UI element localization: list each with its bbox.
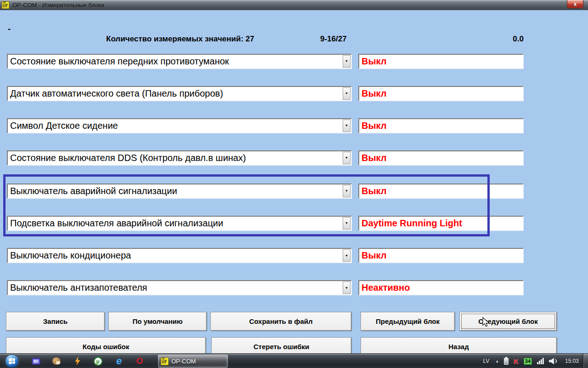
param-label: Выключатель аварийной сигнализации (10, 185, 177, 197)
measured-values-count: Количество измеряемых значений: 27 (106, 34, 254, 44)
param-combobox-8[interactable]: Выключатель антизапотевателя ▼ (7, 280, 352, 295)
param-label: Состояние выключателя передних противоту… (10, 55, 229, 68)
mouse-cursor-icon (481, 317, 491, 327)
next-block-button[interactable]: Следующий блок (459, 312, 557, 331)
measure-row: Символ Детское сидение ▼ Выкл (0, 118, 588, 133)
emule-icon[interactable] (51, 356, 62, 366)
value-field-1: Выкл (358, 54, 524, 69)
start-button[interactable] (5, 354, 19, 368)
previous-block-button[interactable]: Предыдущий блок (361, 312, 455, 331)
opcom-task-button[interactable]: OPCOMRUS OP-COM (158, 355, 228, 368)
defaults-button[interactable]: По умолчанию (108, 312, 207, 331)
dash-label: - (8, 24, 11, 34)
dropdown-arrow-icon[interactable]: ▼ (343, 282, 351, 294)
value-field-5: Выкл (358, 184, 524, 199)
tray-badge[interactable]: 34 (524, 358, 532, 365)
value-field-8: Неактивно (358, 280, 524, 295)
param-combobox-2[interactable]: Датчик автоматического света (Панель при… (7, 86, 352, 101)
clock[interactable]: 15:03 (565, 358, 579, 364)
close-icon: x (574, 2, 577, 6)
measure-row: Состояние выключателя DDS (Контроль давл… (0, 150, 588, 166)
opcom-app-icon: OPCOMRUS (161, 357, 169, 365)
value-field-3: Выкл (358, 118, 524, 133)
measure-row: Выключатель аварийной сигнализации ▼ Вык… (0, 184, 588, 199)
language-indicator[interactable]: LV (482, 358, 490, 364)
volume-icon[interactable] (549, 358, 557, 364)
param-combobox-5[interactable]: Выключатель аварийной сигнализации ▼ (7, 184, 352, 199)
dropdown-arrow-icon[interactable]: ▼ (343, 185, 351, 197)
close-button[interactable]: x (567, 0, 583, 8)
window-title: OP-COM - Измерительные блоки (12, 2, 104, 9)
opcom-window: OPCOMRUS OP-COM - Измерительные блоки x … (0, 0, 588, 368)
value-field-2: Выкл (358, 86, 524, 101)
value-field-4: Выкл (358, 150, 524, 166)
param-combobox-6[interactable]: Подсветка выключателя аварийной сигнализ… (7, 216, 352, 231)
remote-desktop-icon[interactable] (30, 356, 41, 366)
param-combobox-3[interactable]: Символ Детское сидение ▼ (7, 118, 352, 133)
header-value: 0.0 (504, 34, 524, 44)
dropdown-arrow-icon[interactable]: ▼ (343, 120, 351, 132)
measure-row: Выключатель антизапотевателя ▼ Неактивно (0, 280, 588, 295)
internet-explorer-icon[interactable]: e (113, 356, 124, 366)
param-combobox-7[interactable]: Выключатель кондиционера ▼ (7, 248, 352, 263)
param-label: Выключатель антизапотевателя (10, 282, 147, 294)
utorrent-icon[interactable]: µ (92, 356, 103, 366)
system-tray: LV ▲ K 34 15:03 (482, 354, 579, 368)
param-combobox-1[interactable]: Состояние выключателя передних противоту… (7, 54, 352, 69)
measure-row: Выключатель кондиционера ▼ Выкл (0, 248, 588, 263)
opera-icon[interactable]: O (134, 356, 145, 366)
windows-logo-icon (9, 358, 15, 364)
measure-row: Состояние выключателя передних противоту… (0, 54, 588, 69)
param-label: Выключатель кондиционера (10, 249, 131, 262)
param-label: Подсветка выключателя аварийной сигнализ… (10, 217, 223, 230)
battery-icon[interactable] (504, 358, 509, 365)
measuring-blocks-panel: - Количество измеряемых значений: 27 9-1… (0, 10, 588, 353)
show-desktop-button[interactable] (583, 354, 588, 368)
kaspersky-icon[interactable]: K (514, 357, 519, 365)
measure-row: Датчик автоматического света (Панель при… (0, 86, 588, 101)
param-label: Состояние выключателя DDS (Контроль давл… (10, 152, 246, 164)
dropdown-arrow-icon[interactable]: ▼ (343, 87, 351, 100)
dropdown-arrow-icon[interactable]: ▼ (343, 152, 351, 164)
value-field-6: Daytime Running Light (358, 216, 524, 231)
dropdown-arrow-icon[interactable]: ▼ (343, 55, 351, 68)
window-titlebar: OPCOMRUS OP-COM - Измерительные блоки x (0, 0, 588, 10)
dropdown-arrow-icon[interactable]: ▼ (343, 249, 351, 262)
dropdown-arrow-icon[interactable]: ▼ (343, 217, 351, 230)
lightning-app-icon[interactable] (72, 356, 83, 366)
param-combobox-4[interactable]: Состояние выключателя DDS (Контроль давл… (7, 150, 352, 166)
record-button[interactable]: Запись (6, 312, 105, 331)
param-label: Датчик автоматического света (Панель при… (10, 87, 223, 100)
value-field-7: Выкл (358, 248, 524, 263)
task-label: OP-COM (171, 358, 196, 365)
param-label: Символ Детское сидение (10, 120, 118, 132)
tray-expand-icon[interactable]: ▲ (495, 359, 499, 363)
save-to-file-button[interactable]: Сохранить в файл (210, 312, 351, 331)
taskbar: µ e O OPCOMRUS OP-COM LV ▲ K 34 15:03 (0, 353, 588, 368)
block-range: 9-16/27 (320, 34, 347, 44)
measure-row: Подсветка выключателя аварийной сигнализ… (0, 216, 588, 231)
opcom-app-icon: OPCOMRUS (2, 1, 9, 9)
network-signal-icon[interactable] (537, 358, 544, 364)
